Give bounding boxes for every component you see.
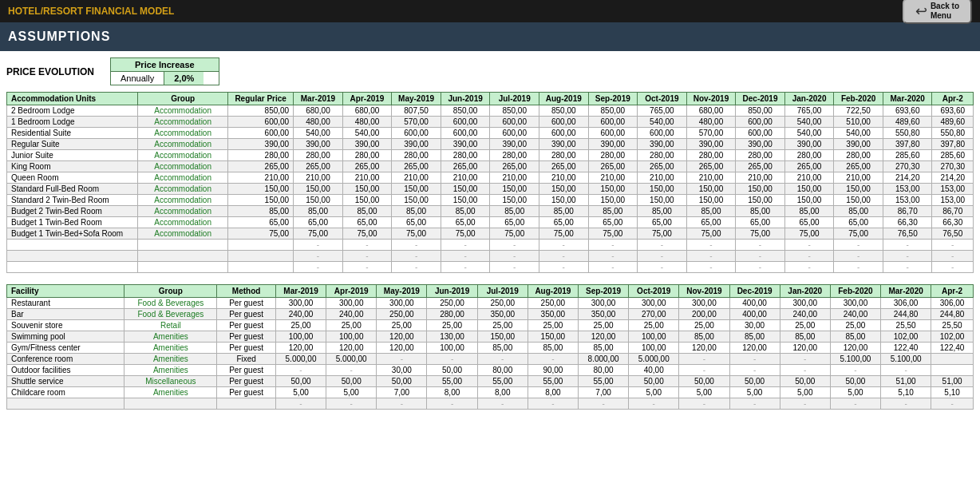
acc-col-price: Regular Price: [228, 93, 294, 105]
price-evolution-table: Price Increase Annually 2,0%: [110, 57, 219, 85]
table-row: Restaurant: [7, 298, 124, 309]
accommodation-table: Accommodation Units Group Regular Price …: [6, 92, 974, 273]
fac-col-oct19: Oct-2019: [629, 285, 679, 298]
table-row: Budget 1 Twin-Bed+Sofa Room: [7, 228, 138, 240]
acc-col-apr19: Apr-2019: [342, 93, 392, 105]
table-row: [7, 251, 138, 262]
accommodation-table-wrapper: Accommodation Units Group Regular Price …: [6, 92, 974, 273]
fac-col-sep19: Sep-2019: [578, 285, 628, 298]
fac-col-group: Group: [124, 285, 217, 298]
acc-col-jul19: Jul-2019: [490, 93, 539, 105]
price-evolution-label: PRICE EVOLUTION: [6, 66, 94, 77]
acc-col-feb20: Feb-2020: [834, 93, 883, 105]
fac-col-apr20: Apr-2: [931, 285, 974, 298]
fac-col-facility: Facility: [7, 285, 124, 298]
facility-table-wrapper: Facility Group Method Mar-2019 Apr-2019 …: [6, 284, 974, 410]
header-bar: HOTEL/RESORT FINANCIAL MODEL ↩ Back to M…: [0, 0, 980, 22]
table-row: Shuttle service: [7, 376, 124, 387]
table-row: Budget 2 Twin-Bed Room: [7, 206, 138, 217]
back-label: Back to: [931, 2, 959, 11]
table-row: Conference room: [7, 354, 124, 365]
table-row: Gym/Fitness center: [7, 343, 124, 354]
table-row: 1 Bedroom Lodge: [7, 117, 138, 128]
acc-col-group: Group: [138, 93, 228, 105]
app-container: HOTEL/RESORT FINANCIAL MODEL ↩ Back to M…: [0, 0, 980, 416]
acc-col-oct19: Oct-2019: [638, 93, 687, 105]
table-row: Junior Suite: [7, 150, 138, 161]
acc-col-jun19: Jun-2019: [441, 93, 490, 105]
table-row: Residential Suite: [7, 128, 138, 139]
acc-col-aug19: Aug-2019: [539, 93, 588, 105]
content-area: PRICE EVOLUTION Price Increase Annually …: [0, 51, 980, 416]
table-row: Swimming pool: [7, 331, 124, 343]
acc-col-sep19: Sep-2019: [588, 93, 638, 105]
page-title: ASSUMPTIONS: [8, 30, 110, 44]
facility-section: Facility Group Method Mar-2019 Apr-2019 …: [6, 284, 974, 410]
annually-value: 2,0%: [164, 72, 204, 85]
table-row: Bar: [7, 309, 124, 320]
acc-col-jan20: Jan-2020: [784, 93, 834, 105]
acc-col-apr20: Apr-2: [932, 93, 974, 105]
fac-col-jul19: Jul-2019: [477, 285, 528, 298]
table-row: Standard 2 Twin-Bed Room: [7, 195, 138, 206]
table-row: 2 Bedroom Lodge: [7, 105, 138, 117]
table-row: King Room: [7, 161, 138, 172]
app-title: HOTEL/RESORT FINANCIAL MODEL: [8, 6, 174, 17]
price-evolution-row: PRICE EVOLUTION Price Increase Annually …: [6, 57, 974, 85]
facility-table: Facility Group Method Mar-2019 Apr-2019 …: [6, 284, 974, 410]
back-button[interactable]: ↩ Back to Menu: [903, 0, 972, 24]
fac-col-method: Method: [217, 285, 276, 298]
back-icon: ↩: [915, 2, 927, 20]
back-label2: Menu: [931, 11, 959, 21]
fac-col-may19: May-2019: [377, 285, 427, 298]
table-row: [7, 262, 138, 273]
acc-col-nov19: Nov-2019: [686, 93, 736, 105]
acc-col-dec19: Dec-2019: [736, 93, 785, 105]
table-row: [7, 398, 124, 410]
annually-label: Annually: [111, 72, 164, 85]
acc-col-units: Accommodation Units: [7, 93, 138, 105]
table-row: Outdoor facilities: [7, 365, 124, 376]
fac-col-mar20: Mar-2020: [881, 285, 931, 298]
table-row: Souvenir store: [7, 320, 124, 331]
table-row: Budget 1 Twin-Bed Room: [7, 217, 138, 228]
title-bar: ASSUMPTIONS: [0, 22, 980, 51]
acc-col-mar19: Mar-2019: [294, 93, 343, 105]
fac-col-jan20: Jan-2020: [780, 285, 830, 298]
fac-col-aug19: Aug-2019: [528, 285, 578, 298]
fac-col-apr19: Apr-2019: [326, 285, 377, 298]
table-row: Standard Full-Bed Room: [7, 184, 138, 195]
table-row: Regular Suite: [7, 139, 138, 150]
accommodation-section: Accommodation Units Group Regular Price …: [6, 92, 974, 273]
fac-col-jun19: Jun-2019: [427, 285, 477, 298]
table-row: Queen Room: [7, 172, 138, 184]
price-increase-header: Price Increase: [111, 58, 219, 72]
fac-col-nov19: Nov-2019: [679, 285, 729, 298]
fac-col-feb20: Feb-2020: [830, 285, 880, 298]
acc-col-mar20: Mar-2020: [883, 93, 932, 105]
fac-col-dec19: Dec-2019: [729, 285, 780, 298]
table-row: [7, 240, 138, 251]
acc-col-may19: May-2019: [392, 93, 441, 105]
fac-col-mar19: Mar-2019: [275, 285, 326, 298]
table-row: Childcare room: [7, 387, 124, 398]
